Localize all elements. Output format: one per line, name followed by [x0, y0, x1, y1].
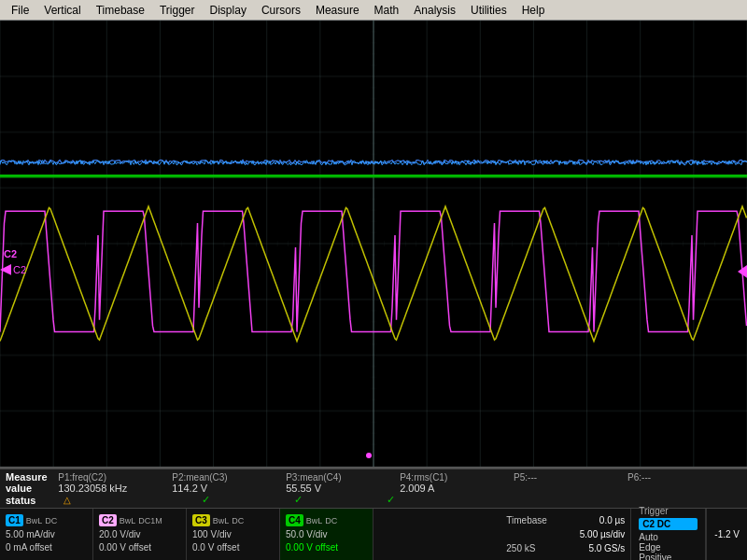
p5-name: P5:---	[514, 472, 627, 483]
menu-trigger[interactable]: Trigger	[152, 2, 203, 19]
c1-info-box: C1 BwL DC 5.00 mA/div 0 mA offset	[0, 509, 93, 560]
c3-vdiv: 100 V/div	[192, 528, 274, 541]
c1-vdiv: 5.00 mA/div	[6, 528, 87, 541]
c2-label: C2	[99, 514, 117, 526]
scope-screen: C2 C2	[0, 21, 747, 469]
c3-offset: 0.0 V offset	[192, 541, 274, 554]
svg-point-3	[366, 453, 372, 458]
p2-name: P2:mean(C3)	[172, 472, 286, 483]
timebase-info: Timebase 0.0 µs 5.00 µs/div 250 kS 5.0 G…	[500, 509, 631, 560]
mem-label: 250 kS	[506, 541, 535, 555]
menu-math[interactable]: Math	[367, 2, 407, 19]
sample-rate: 5.0 GS/s	[588, 541, 625, 555]
p2-value: 114.2 V	[172, 483, 286, 494]
svg-text:C2: C2	[4, 248, 17, 259]
waveform-display: C2 C2	[0, 21, 747, 467]
measure-bar: Measure P1:freq(C2) P2:mean(C3) P3:mean(…	[0, 469, 747, 508]
c2-offset: 0.00 V offset	[99, 541, 180, 554]
c4-offset: 0.00 V offset	[286, 541, 367, 554]
menu-timebase[interactable]: Timebase	[89, 2, 152, 19]
c3-label: C3	[192, 514, 210, 526]
menu-help[interactable]: Help	[514, 2, 553, 19]
p3-name: P3:mean(C4)	[286, 472, 400, 483]
svg-text:C2: C2	[13, 264, 26, 275]
measure-status-label: status	[6, 495, 62, 506]
trigger-info: Trigger C2 DC Auto Edge Positive	[631, 509, 706, 560]
c3-info-box: C3 BwL DC 100 V/div 0.0 V offset	[187, 509, 280, 560]
p3-status: ✓	[294, 494, 303, 506]
menu-cursors[interactable]: Cursors	[254, 2, 308, 19]
c2-info-box: C2 BwL DC1M 20.0 V/div 0.00 V offset	[93, 509, 187, 560]
c1-bwl: BwL	[26, 516, 43, 525]
c1-offset: 0 mA offset	[6, 541, 87, 554]
c4-vdiv: 50.0 V/div	[286, 528, 367, 541]
timebase-delay: 0.0 µs	[599, 513, 625, 527]
trigger-channel: C2 DC	[639, 518, 698, 530]
menu-utilities[interactable]: Utilities	[463, 2, 514, 19]
trigger-type: Edge	[639, 542, 698, 553]
channel-info-bar: C1 BwL DC 5.00 mA/div 0 mA offset C2 BwL…	[0, 508, 747, 560]
p1-status: △	[63, 495, 71, 505]
c3-bwl: BwL	[213, 516, 230, 525]
c4-info-box: C4 BwL DC 50.0 V/div 0.00 V offset	[280, 509, 374, 560]
menu-measure[interactable]: Measure	[308, 2, 367, 19]
trigger-polarity: Positive	[639, 553, 698, 560]
c4-dc: DC	[325, 516, 337, 525]
menu-bar: File Vertical Timebase Trigger Display C…	[0, 0, 747, 21]
c2-dc: DC1M	[138, 516, 162, 525]
menu-vertical[interactable]: Vertical	[36, 2, 88, 19]
p6-name: P6:---	[627, 472, 741, 483]
p4-status: ✓	[387, 494, 395, 506]
trigger-voltage: -1.2 V	[714, 529, 740, 539]
menu-display[interactable]: Display	[203, 2, 254, 19]
c3-dc: DC	[232, 516, 244, 525]
p3-value: 55.55 V	[286, 483, 400, 494]
measure-header: Measure	[6, 471, 58, 483]
measure-value-label: value	[6, 483, 58, 494]
c2-bwl: BwL	[120, 516, 136, 525]
p4-value: 2.009 A	[400, 483, 514, 494]
timebase-label: Timebase	[506, 513, 547, 527]
menu-file[interactable]: File	[4, 2, 36, 19]
c4-bwl: BwL	[306, 516, 323, 525]
p1-value: 130.23058 kHz	[58, 483, 172, 494]
trigger-mode: Auto	[639, 532, 698, 542]
menu-analysis[interactable]: Analysis	[406, 2, 463, 19]
c4-label: C4	[286, 514, 303, 526]
c2-vdiv: 20.0 V/div	[99, 528, 180, 541]
c1-dc: DC	[45, 516, 57, 525]
p1-name: P1:freq(C2)	[58, 472, 172, 483]
trigger-label: Trigger	[639, 506, 698, 516]
p4-name: P4:rms(C1)	[400, 472, 514, 483]
c1-label: C1	[6, 514, 23, 526]
tdiv-value: 5.00 µs/div	[580, 527, 626, 541]
p2-status: ✓	[202, 494, 210, 506]
trigger-voltage-box: -1.2 V	[706, 509, 747, 560]
